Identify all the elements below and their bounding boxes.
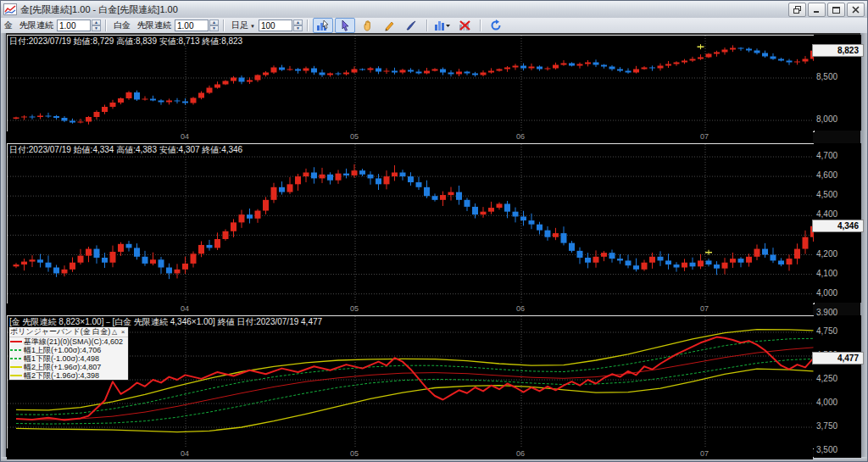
legend-line-swatch <box>10 375 22 376</box>
legend-collapse-button[interactable]: △ <box>110 328 119 336</box>
legend-item: 幅2下限(-1.96σ):4,398 <box>9 371 128 380</box>
close-button[interactable] <box>847 3 865 17</box>
toolbar: 金 先限連続 ▲▼ 白金 先限連続 ▲▼ 日足▼ ▲▼ <box>1 18 867 35</box>
spread-time-axis: 04050607 <box>7 448 813 459</box>
platinum-chart-panel: 日付:2023/07/19 始値:4,334 高値:4,383 安値:4,307… <box>7 143 815 304</box>
toolbar-separator <box>105 19 106 31</box>
chart-type-menu-button[interactable] <box>432 18 453 33</box>
legend-item-label: 幅2下限(-1.96σ):4,398 <box>24 370 99 381</box>
y-axis-label: 4,250 <box>816 374 837 383</box>
left-frame-strip <box>1 33 6 457</box>
pen-icon <box>405 19 417 31</box>
toolbar-separator <box>426 19 427 31</box>
title-bar[interactable]: 金[先限連続]1.00 - 白金[先限連続]1.00 <box>1 1 867 19</box>
x-axis-label: 06 <box>516 304 525 313</box>
current-price-box: 4,477 <box>812 352 864 365</box>
gold-multiplier-up-button[interactable]: ▲ <box>92 19 101 25</box>
gold-candle-plot[interactable] <box>8 36 814 131</box>
window-title: 金[先限連続]1.00 - 白金[先限連続]1.00 <box>20 3 178 16</box>
current-price-box: 8,823 <box>812 44 864 57</box>
platinum-time-axis: 04050607 <box>7 303 813 314</box>
legend-line-swatch <box>10 349 22 351</box>
platinum-multiplier-down-button[interactable]: ▼ <box>209 25 219 31</box>
toolbar-separator <box>307 19 308 31</box>
y-axis-label: 4,000 <box>816 398 837 407</box>
y-axis-label: 8,000 <box>816 114 837 124</box>
right-frame-strip <box>860 33 867 457</box>
toolbar-separator <box>223 19 224 31</box>
maximize-button[interactable] <box>827 3 845 17</box>
bar-count-input[interactable] <box>259 19 292 31</box>
bollinger-legend: ボリンジャーバンド(金 白金) △ × 基準線(21)(0)(SMA)(C):4… <box>8 326 129 381</box>
bar-count-spinner: ▲▼ <box>259 19 303 31</box>
legend-line-swatch <box>10 358 22 359</box>
y-axis-label: 4,100 <box>816 269 837 278</box>
pen-annotate-tool-button[interactable] <box>401 18 421 33</box>
y-axis-label: 4,500 <box>816 190 837 199</box>
platinum-candle-plot[interactable] <box>8 144 814 303</box>
x-axis-label: 06 <box>516 449 525 458</box>
legend-close-button[interactable]: × <box>119 328 127 336</box>
gold-ohlc-info: 日付:2023/07/19 始値:8,729 高値:8,839 安値:8,713… <box>9 36 242 46</box>
bar-chart-icon <box>434 19 451 31</box>
platinum-symbol-label: 白金 <box>114 19 131 31</box>
platinum-contract-label: 先限連続 <box>137 19 171 31</box>
y-axis-label: 4,750 <box>816 326 837 336</box>
gold-multiplier-down-button[interactable]: ▼ <box>92 25 101 31</box>
platinum-multiplier-up-button[interactable]: ▲ <box>209 19 219 25</box>
y-axis-label: 3,500 <box>816 445 837 454</box>
spread-info: [金 先限連続 8,823×1.00]－[白金 先限連続 4,346×1.00]… <box>9 316 322 326</box>
gold-time-axis: 04050607 <box>7 131 813 142</box>
y-axis-label: 4,400 <box>816 209 837 219</box>
spread-price-axis: 4,7504,5004,2504,0003,7503,5004,477 <box>814 315 861 458</box>
legend-line-swatch <box>10 341 22 342</box>
x-axis-label: 04 <box>181 304 189 313</box>
legend-line-swatch <box>10 366 22 368</box>
chart-application-window: 金[先限連続]1.00 - 白金[先限連続]1.00 金 先限連続 ▲▼ 白金 … <box>0 0 868 462</box>
y-axis-label: 3,750 <box>816 421 837 431</box>
platinum-multiplier-input[interactable] <box>175 19 209 31</box>
x-axis-label: 07 <box>700 132 709 141</box>
pencil-icon <box>383 19 395 31</box>
hand-pan-tool-button[interactable] <box>357 18 377 33</box>
refresh-icon <box>490 19 502 31</box>
gold-multiplier-input[interactable] <box>57 19 91 31</box>
minimize-button[interactable] <box>808 3 826 17</box>
gold-multiplier-spinner: ▲▼ <box>57 19 101 31</box>
y-axis-label: 4,000 <box>816 288 837 298</box>
app-chart-icon <box>3 3 17 15</box>
bar-count-up-button[interactable]: ▲ <box>293 19 303 25</box>
float-window-button[interactable] <box>788 3 806 17</box>
spread-chart-panel: [金 先限連続 8,823×1.00]－[白金 先限連続 4,346×1.00]… <box>7 315 815 449</box>
y-axis-label: 4,200 <box>816 249 837 259</box>
x-axis-label: 05 <box>350 449 359 458</box>
gold-chart-panel: 日付:2023/07/19 始値:8,729 高値:8,839 安値:8,713… <box>7 35 815 132</box>
hand-icon <box>361 19 373 31</box>
chevron-down-icon: ▼ <box>250 24 255 29</box>
pencil-draw-tool-button[interactable] <box>379 18 399 33</box>
gold-contract-label: 先限連続 <box>19 19 53 31</box>
chart-select-icon <box>316 19 330 31</box>
gold-price-axis: 8,5008,0008,823 <box>814 35 861 131</box>
platinum-ohlc-info: 日付:2023/07/19 始値:4,334 高値:4,383 安値:4,307… <box>9 144 242 154</box>
x-axis-label: 06 <box>516 132 525 141</box>
period-dropdown[interactable]: 日足▼ <box>231 19 255 31</box>
y-axis-label: 8,500 <box>816 72 837 81</box>
x-axis-label: 05 <box>350 304 359 313</box>
cursor-tool-button[interactable] <box>335 18 355 33</box>
refresh-button[interactable] <box>486 18 506 33</box>
current-price-box: 4,346 <box>812 220 864 232</box>
cursor-icon <box>340 19 350 31</box>
platinum-multiplier-spinner: ▲▼ <box>175 19 219 31</box>
chart-select-tool-button[interactable] <box>313 18 333 33</box>
gold-symbol-label: 金 <box>4 19 13 31</box>
x-axis-label: 07 <box>700 449 709 458</box>
toolbar-separator <box>480 19 481 31</box>
bar-count-down-button[interactable]: ▼ <box>293 25 303 31</box>
x-axis-label: 05 <box>350 132 359 141</box>
x-axis-label: 04 <box>181 132 189 141</box>
platinum-price-axis: 4,7004,6004,5004,4004,2004,1004,0003,900… <box>814 143 861 303</box>
y-axis-label: 4,600 <box>816 170 837 180</box>
delete-chart-button[interactable] <box>454 18 475 33</box>
x-axis-label: 07 <box>700 304 709 313</box>
